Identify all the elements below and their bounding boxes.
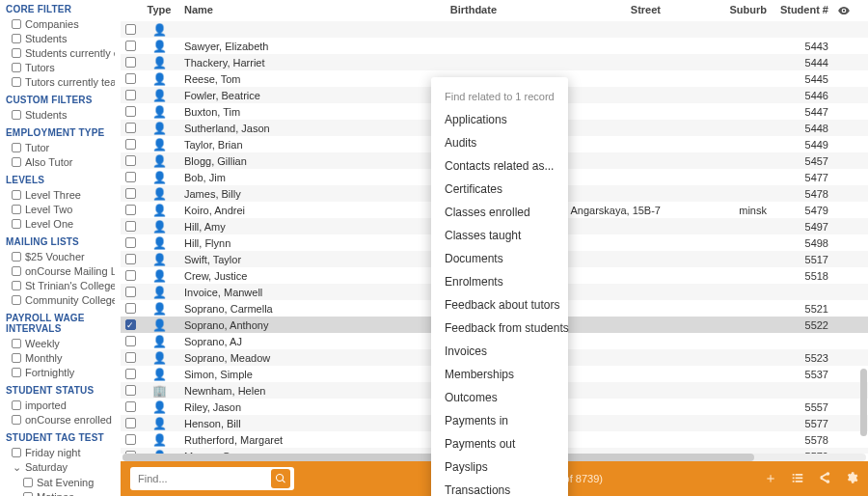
row-checkbox[interactable] [125,205,136,215]
table-row[interactable]: 👤Thackery, Harriet5444 [121,54,868,70]
row-checkbox[interactable] [125,90,136,100]
col-street-header[interactable]: Street [506,4,670,19]
sidebar-item[interactable]: Students currently e... [6,45,115,60]
menu-item[interactable]: Invoices [431,340,568,363]
menu-item[interactable]: Enrolments [431,270,568,293]
checkbox-icon[interactable] [12,448,21,457]
checkbox-icon[interactable] [12,34,21,43]
row-checkbox[interactable] [125,57,136,68]
row-checkbox[interactable] [125,41,136,51]
menu-item[interactable]: Applications [431,108,568,131]
row-checkbox[interactable] [125,401,136,412]
checkbox-icon[interactable] [12,266,21,276]
sidebar-item[interactable]: Students [6,31,115,45]
checkbox-icon[interactable] [12,252,21,262]
col-birth-header[interactable]: Birthdate [347,4,506,19]
checkbox-icon[interactable] [12,63,21,72]
sidebar-item[interactable]: onCourse Mailing List [6,263,115,278]
checkbox-icon[interactable] [12,205,21,214]
sidebar-item[interactable]: Companies [6,16,115,31]
row-checkbox[interactable] [125,221,136,232]
share-icon[interactable] [818,471,831,487]
row-checkbox[interactable] [125,434,136,445]
row-checkbox[interactable] [125,155,136,166]
row-checkbox[interactable] [125,287,136,297]
sidebar-item[interactable]: $25 Voucher [6,249,115,263]
sidebar-item[interactable]: onCourse enrolled [6,412,115,427]
checkbox-icon[interactable] [12,219,21,229]
sidebar-item[interactable]: imported [6,398,115,412]
sidebar-item[interactable]: Matinee [6,489,115,496]
sidebar-item[interactable]: Also Tutor [6,154,115,169]
sidebar-item[interactable]: St Trinian's College ... [6,278,115,292]
list-icon[interactable] [791,471,804,487]
table-row[interactable]: 👤Sawyer, Elizabeth5443 [121,38,868,54]
checkbox-icon[interactable] [12,415,21,425]
row-checkbox[interactable] [125,418,136,428]
row-checkbox[interactable]: ✓ [125,319,136,330]
row-checkbox[interactable] [125,336,136,346]
col-name-header[interactable]: Name [178,4,347,19]
checkbox-icon[interactable] [12,110,21,120]
menu-item[interactable]: Payslips [431,455,568,479]
checkbox-icon[interactable] [12,157,21,167]
checkbox-icon[interactable] [12,19,21,29]
sidebar-item[interactable]: Friday night [6,445,115,459]
row-checkbox[interactable] [125,172,136,182]
checkbox-icon[interactable] [12,281,21,290]
col-type-header[interactable]: Type [140,4,178,19]
checkbox-icon[interactable] [12,77,21,87]
menu-item[interactable]: Payments in [431,409,568,432]
menu-item[interactable]: Certificates [431,178,568,201]
row-checkbox[interactable] [125,188,136,199]
row-checkbox[interactable] [125,139,136,150]
row-checkbox[interactable] [125,237,136,248]
checkbox-icon[interactable] [12,190,21,200]
col-suburb-header[interactable]: Suburb [670,4,776,19]
sidebar-item[interactable]: Tutor [6,140,115,154]
sidebar-item[interactable]: Tutors currently teac... [6,74,115,89]
sidebar-item[interactable]: Level Two [6,202,115,216]
table-row[interactable]: 👤 [121,21,868,38]
sidebar-item[interactable]: Monthly [6,350,115,365]
menu-item[interactable]: Feedback from students [431,317,568,340]
sidebar-item[interactable]: Level Three [6,187,115,202]
sidebar-item[interactable]: ⌄Saturday [6,459,115,475]
sidebar-item[interactable]: Community College ... [6,292,115,307]
menu-item[interactable]: Classes taught [431,224,568,247]
checkbox-icon[interactable] [12,368,21,377]
row-checkbox[interactable] [125,369,136,379]
checkbox-icon[interactable] [12,339,21,348]
search-box[interactable] [130,467,294,490]
checkbox-icon[interactable] [23,478,33,487]
menu-item[interactable]: Memberships [431,363,568,386]
menu-item[interactable]: Classes enrolled [431,201,568,224]
row-checkbox[interactable] [125,123,136,133]
search-button[interactable] [271,469,290,488]
search-input[interactable] [138,473,271,484]
checkbox-icon[interactable] [12,295,21,305]
checkbox-icon[interactable] [12,48,21,58]
checkbox-icon[interactable] [23,492,33,497]
row-checkbox[interactable] [125,254,136,264]
menu-item[interactable]: Documents [431,247,568,270]
menu-item[interactable]: Payments out [431,432,568,455]
row-checkbox[interactable] [125,352,136,363]
row-checkbox[interactable] [125,270,136,281]
row-checkbox[interactable] [125,73,136,84]
col-student-header[interactable]: Student # [776,4,834,19]
sidebar-item[interactable]: Students [6,107,115,122]
row-checkbox[interactable] [125,385,136,396]
column-visibility-icon[interactable] [834,4,854,19]
menu-item[interactable]: Outcomes [431,386,568,409]
checkbox-icon[interactable] [12,143,21,152]
row-checkbox[interactable] [125,106,136,117]
sidebar-item[interactable]: Weekly [6,336,115,350]
row-checkbox[interactable] [125,24,136,35]
sidebar-item[interactable]: Tutors [6,60,115,74]
add-icon[interactable]: ＋ [764,470,777,487]
sidebar-item[interactable]: Fortnightly [6,365,115,379]
checkbox-icon[interactable] [12,353,21,363]
sidebar-item[interactable]: Level One [6,216,115,231]
sidebar-item[interactable]: Sat Evening [6,475,115,489]
